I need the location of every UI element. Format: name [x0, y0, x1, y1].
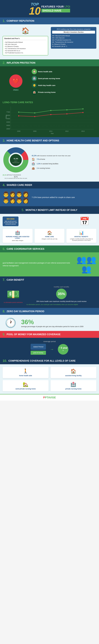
section1-num: 1.	[3, 19, 5, 23]
pool-visual: stated Period pool of money → ~ 5 year ~	[3, 344, 96, 355]
stated-period-label: stated Period	[33, 346, 43, 348]
sp-list-item: A2 Prudential Insurance Co.	[4, 52, 47, 54]
svg-point-21	[50, 114, 51, 115]
care-card-private-nursing: 🏥 private nursing home	[51, 380, 97, 391]
calendar-icon-container: 📅	[73, 216, 96, 226]
home-health-care-label: home health aide	[4, 375, 47, 376]
stated-period-box: stated Period	[31, 344, 46, 350]
nursing-stat-pct: 1	[37, 167, 38, 169]
home-stat-text: 7.5 at home	[37, 158, 45, 160]
section-comprehensive: 10. COMPREHENSIVE COVERAGE FOR ALL LEVEL…	[0, 358, 99, 394]
section1-left: 🏠 Standard and Poor's Aa3 Massachusetts …	[3, 27, 48, 57]
header-features-line: FEATURES YOUR LTCI	[41, 5, 70, 8]
home-stat-pct: 7.5	[37, 158, 39, 160]
svg-point-22	[66, 113, 67, 114]
nursing-card-title: NURSING HOMES AND ASSISTED LIVING-	[4, 236, 31, 239]
section8-right: 36% average percentage of people who get…	[21, 318, 96, 328]
assisted-stat-label: in assisted living facilities	[41, 163, 58, 165]
pool-money-label-below: pool of money	[31, 351, 46, 355]
moodys-list: AA+ Massachusetts Mutual AA+ John Hancoc…	[52, 35, 95, 47]
section3-title: HOME HEALTH CARE BENEFIT AND OPTIONS	[6, 139, 59, 142]
daily-benefit-info: $50-$500 daily benefit amount of most lo…	[3, 216, 70, 226]
sp-box: Standard and Poor's Aa3 Massachusetts Mu…	[3, 36, 48, 56]
care-label-home-health: Home health aide	[38, 71, 52, 72]
section7-num: 7.	[3, 278, 5, 282]
section-monthly-benefit: 5. MONTHLY BENEFIT LIMIT INSTEAD OF DAIL…	[0, 206, 99, 246]
section3-num: 3.	[3, 139, 5, 142]
rates-title: LONG-TERM CARE RATES	[3, 101, 96, 104]
shared-care-desc: 7-23% base premium added for couple to s…	[32, 196, 96, 198]
section2-num: 2.	[3, 61, 5, 65]
monthly-benefit-card: 📊 MONTHLY BENEFIT: a higher monthly bene…	[66, 229, 96, 243]
people-group-icon: 👥👥👥	[77, 255, 96, 274]
care-label-semi-private: Semi-private nursing home	[38, 78, 60, 80]
moody-label: Moody's Investors Service	[52, 31, 95, 34]
care-label-adult-day: Adult day health care	[38, 84, 55, 86]
pool-money-text: pool of money	[33, 352, 43, 354]
cash-pct-circle: 35%	[56, 288, 67, 299]
care-card-home-health: 🚶 home health aide	[3, 367, 49, 378]
svg-point-34	[10, 154, 22, 166]
svg-text:18000: 18000	[6, 128, 10, 130]
home-health-care-icon: 🚶	[4, 368, 47, 374]
section6-left: goal facilitation care management restor…	[3, 262, 74, 267]
with-insurance-stat: 41.2% with insurance received care for m…	[32, 154, 96, 156]
section9-body: coverage period stated Period pool of mo…	[0, 338, 99, 358]
assisted-stat-text: 1.1% in assisted living facilities	[37, 163, 58, 165]
care-grid: 🚶 home health aide 🏠 assisted living fac…	[3, 367, 96, 391]
section10-title: COMPREHENSIVE COVERAGE FOR ALL LEVELS OF…	[8, 360, 76, 362]
with-insurance-text: with insurance received care for more th…	[37, 155, 71, 156]
daily-range: $50-$500	[4, 218, 17, 220]
svg-point-19	[18, 115, 19, 116]
monthly-benefit-text: a higher monthly benefit is less likely …	[68, 238, 95, 241]
nursing-stat-label: in nursing homes	[38, 167, 50, 169]
section7-right: monthly cash benefits 35% 35% home healt…	[26, 286, 96, 305]
section-home-health: 3. HOME HEALTH CARE BENEFIT AND OPTIONS …	[0, 137, 99, 182]
section6-title: CARE COORDINATOR SERVICES	[6, 248, 44, 250]
section9-num: 9.	[3, 332, 5, 336]
dollar-icon: 💵	[3, 288, 24, 301]
nursing-stat-icon: 🏨	[32, 167, 36, 170]
no-insurance-label: 25.1% WITHOUT INSURANCE	[3, 174, 29, 176]
section10-num: 10.	[3, 359, 7, 363]
nursing-card-text: same daily charges	[4, 240, 31, 241]
section6-text: goal facilitation care management restor…	[3, 262, 74, 267]
section-inflation: 2. INFLATION PROTECTION ❤️ inflation 🏠 H…	[0, 60, 99, 99]
arrow-right-icon: →	[50, 347, 54, 352]
house-icon: 🏠	[21, 27, 29, 34]
section-care-coordinator: 6. CARE COORDINATOR SERVICES goal facili…	[0, 246, 99, 276]
section4-text: 7-23% base premium added for couple to s…	[32, 196, 96, 198]
sp-list-item: AA John Hancock	[4, 43, 47, 45]
section3-header: 3. HOME HEALTH CARE BENEFIT AND OPTIONS	[0, 137, 99, 144]
section-cash-benefit: 7. CASH BENEFIT 💵 no elimination period …	[0, 276, 99, 308]
stat-at-home: 🏠 7.5 at home	[32, 158, 96, 161]
nursing-card-icon: 🏥	[4, 230, 31, 235]
moody-box: 2013 Leading Long-Term Care insurance co…	[51, 27, 96, 49]
section-shared-care: 4. SHARED CARE RIDER 👨👩👨👩👨👩👨👩 7-23% base…	[0, 182, 99, 206]
svg-text:WITH: WITH	[14, 160, 17, 162]
assisted-living-care-icon: 🏠	[52, 368, 95, 374]
people-icons: 👨👩👨👩👨👩👨👩	[3, 191, 29, 204]
assisted-stat-icon: 🏥	[32, 162, 36, 165]
section6-header: 6. CARE COORDINATOR SERVICES	[0, 246, 99, 252]
svg-point-18	[83, 108, 84, 110]
section6-body: goal facilitation care management restor…	[0, 252, 99, 276]
donut-chart: 41.3% WITH INSURANCE	[3, 147, 29, 173]
section5-title: MONTHLY BENEFIT LIMIT INSTEAD OF DAILY	[26, 209, 77, 212]
sp-box-title: Standard and Poor's	[4, 38, 47, 40]
section3-right: 41.2% with insurance received care for m…	[32, 154, 96, 171]
header-ltci: LTCI	[64, 5, 70, 8]
stat-nursing-home: 🏨 1 in nursing homes	[32, 167, 96, 170]
svg-point-23	[83, 112, 84, 113]
no-elim-label: no elimination period restrictions	[3, 302, 24, 303]
moodys-item: AA+ John Hancock	[52, 37, 95, 39]
sp-list-item: A1 Transamerica Life insurance	[4, 48, 47, 50]
section8-body: 🕐 36% average percentage of people who g…	[0, 315, 99, 331]
section5-header-inner: 5. MONTHLY BENEFIT LIMIT INSTEAD OF DAIL…	[3, 208, 96, 212]
nursing-homes-card: 🏥 NURSING HOMES AND ASSISTED LIVING- sam…	[3, 229, 33, 243]
moodys-item: AA+ Massachusetts Mutual	[52, 35, 95, 37]
svg-text:2012: 2012	[65, 130, 69, 132]
calendar-icon: 📅	[80, 217, 90, 226]
header-banner: TOP 10 FEATURES YOUR LTCI SHOULD HAVE	[0, 0, 99, 18]
semi-private-care-label: semi-private nursing home	[4, 388, 47, 390]
